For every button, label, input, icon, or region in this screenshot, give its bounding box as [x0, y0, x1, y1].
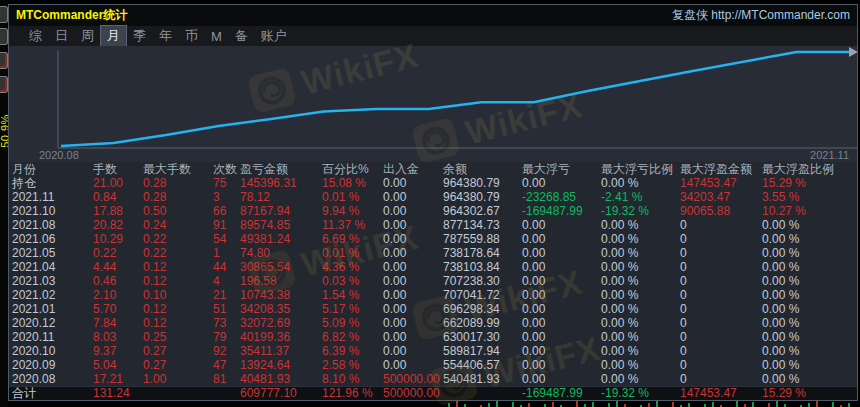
table-cell: 0.22 [93, 246, 143, 260]
menu-item-币[interactable]: 币 [179, 26, 204, 46]
menu-item-备[interactable]: 备 [229, 26, 254, 46]
x-tick-end: 2021.11 [810, 149, 849, 161]
table-cell: 0.00 % [762, 372, 857, 386]
toolbar-button-icon[interactable] [0, 6, 8, 23]
table-cell: 6.39 % [322, 344, 383, 358]
table-cell: 0.84 [93, 190, 143, 204]
table-row[interactable]: 2021.0820.820.249189574.8511.37 %0.00877… [9, 218, 857, 232]
table-row[interactable]: 2021.050.220.22174.800.01 %0.00738178.64… [9, 246, 857, 260]
table-cell: 0.00 % [762, 288, 857, 302]
table-cell: 0.10 [143, 288, 213, 302]
mini-candle [752, 402, 754, 407]
table-cell: 0.00 [522, 316, 601, 330]
table-cell: 持仓 [12, 176, 93, 190]
table-cell: 2020.10 [12, 344, 93, 358]
menu-item-年[interactable]: 年 [153, 26, 178, 46]
table-cell: 707238.30 [443, 274, 522, 288]
table-cell: 0.00 [383, 358, 443, 372]
table-cell: -19.32 % [601, 204, 680, 218]
header-cell: 次数 [213, 162, 240, 176]
table-cell: 0 [680, 316, 762, 330]
table-row[interactable]: 2020.095.040.274713924.642.58 %0.0055440… [9, 358, 857, 372]
mini-candle [528, 403, 530, 407]
table-cell: -169487.99 [522, 387, 601, 400]
table-cell: 0.00 [522, 218, 601, 232]
header-cell: 出入金 [383, 162, 443, 176]
menu-item-周[interactable]: 周 [75, 26, 100, 46]
table-cell: -23268.85 [522, 190, 601, 204]
table-cell: 0.00 [522, 176, 601, 190]
mini-candle [552, 402, 554, 407]
mini-candle [776, 401, 778, 407]
table-cell: 0.00 [383, 218, 443, 232]
table-row[interactable]: 持仓21.000.2875145396.3115.08 %0.00964380.… [9, 176, 857, 190]
table-cell: 0.00 [522, 232, 601, 246]
table-row[interactable]: 2021.044.440.124430865.544.36 %0.0073810… [9, 260, 857, 274]
table-cell: 74.80 [240, 246, 322, 260]
table-cell: 0.00 % [601, 372, 680, 386]
table-cell: 0.00 % [762, 358, 857, 372]
table-cell: 2.10 [93, 288, 143, 302]
header-cell: 月份 [12, 162, 93, 176]
brand-link[interactable]: 复盘侠 http://MTCommander.com [672, 7, 850, 24]
table-total-row[interactable]: 合计131.24609777.10121.96 %500000.00-16948… [9, 386, 857, 400]
table-cell: 0.46 [93, 274, 143, 288]
title-bar[interactable]: MTCommander统计 复盘侠 http://MTCommander.com [9, 5, 857, 26]
table-row[interactable]: 2021.0610.290.225449381.246.69 %0.007875… [9, 232, 857, 246]
table-cell: 2020.12 [12, 316, 93, 330]
table-row[interactable]: 2020.127.840.127332072.695.09 %0.0066208… [9, 316, 857, 330]
table-row[interactable]: 2020.109.370.279235411.376.39 %0.0058981… [9, 344, 857, 358]
table-cell: -2.41 % [601, 190, 680, 204]
table-cell: 589817.94 [443, 344, 522, 358]
table-cell: 0 [680, 372, 762, 386]
table-cell: 20.82 [93, 218, 143, 232]
table-cell: 0.00 [522, 358, 601, 372]
table-cell: 1.00 [143, 372, 213, 386]
menu-item-月[interactable]: 月 [101, 26, 126, 46]
table-cell: 147453.47 [680, 387, 762, 400]
table-row[interactable]: 2021.110.840.28378.120.01 %0.00964380.79… [9, 190, 857, 204]
table-body: 持仓21.000.2875145396.3115.08 %0.00964380.… [9, 176, 857, 400]
table-cell: 145396.31 [240, 176, 322, 190]
table-cell: 0.00 [383, 190, 443, 204]
stats-window: MTCommander统计 复盘侠 http://MTCommander.com… [8, 4, 858, 401]
toolbar-button-icon[interactable] [0, 28, 8, 45]
table-row[interactable]: 2020.0817.211.008140481.938.10 %500000.0… [9, 372, 857, 386]
toolbar-button-icon[interactable] [0, 76, 8, 93]
menu-item-日[interactable]: 日 [49, 26, 74, 46]
menu-item-季[interactable]: 季 [127, 26, 152, 46]
toolbar-button-icon[interactable] [0, 52, 8, 69]
table-cell: 2021.01 [12, 302, 93, 316]
table-cell: 0.00 [383, 344, 443, 358]
header-cell: 最大浮亏 [522, 162, 601, 176]
table-cell: 0.00 % [762, 218, 857, 232]
table-cell: 89574.85 [240, 218, 322, 232]
menu-item-综[interactable]: 综 [23, 26, 48, 46]
menu-item-M[interactable]: M [205, 28, 228, 45]
table-row[interactable]: 2021.1017.880.506687167.949.94 %0.009643… [9, 204, 857, 218]
table-cell: 0.00 % [601, 288, 680, 302]
table-cell: 0.00 % [601, 218, 680, 232]
table-row[interactable]: 2021.015.700.125134208.355.17 %0.0069629… [9, 302, 857, 316]
table-row[interactable]: 2020.118.030.257940199.366.82 %0.0063001… [9, 330, 857, 344]
table-cell: 0.00 % [601, 274, 680, 288]
table-cell: 0.25 [143, 330, 213, 344]
table-cell: 0.00 [522, 302, 601, 316]
menu-item-账户[interactable]: 账户 [255, 26, 293, 46]
table-cell: 49381.24 [240, 232, 322, 246]
mini-candle [608, 403, 610, 407]
table-cell: 3.55 % [762, 190, 857, 204]
table-cell: 0.00 % [601, 246, 680, 260]
table-row[interactable]: 2021.022.100.102110743.381.54 %0.0070704… [9, 288, 857, 302]
table-cell: 21 [213, 288, 240, 302]
table-cell: 2021.10 [12, 204, 93, 218]
table-cell: 81 [213, 372, 240, 386]
table-cell: 2020.08 [12, 372, 93, 386]
table-cell: 0.00 [522, 246, 601, 260]
table-cell: 609777.10 [240, 387, 322, 400]
table-cell: 0.01 % [322, 190, 383, 204]
table-row[interactable]: 2021.030.460.124196.580.03 %0.00707238.3… [9, 274, 857, 288]
table-cell: 0.00 % [762, 302, 857, 316]
table-cell: 4.44 [93, 260, 143, 274]
table-cell: 9.37 [93, 344, 143, 358]
